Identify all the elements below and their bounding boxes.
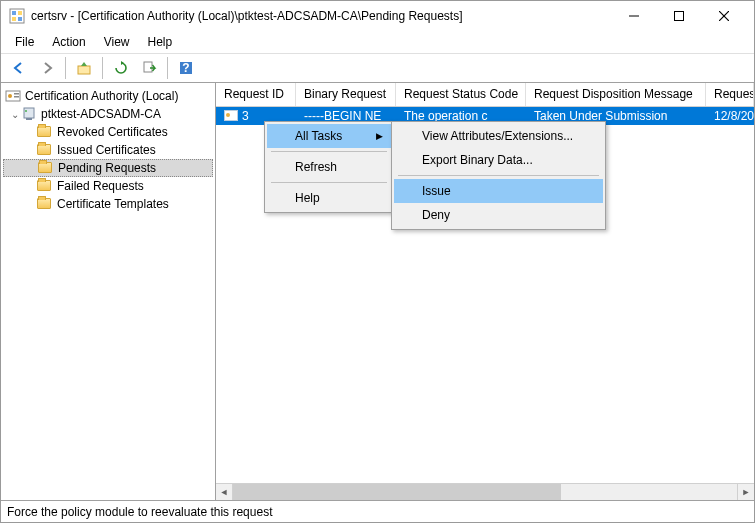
folder-icon: [37, 142, 53, 158]
menu-all-tasks[interactable]: All Tasks ▶ View Attributes/Extensions..…: [267, 124, 391, 148]
col-disposition[interactable]: Request Disposition Message: [526, 83, 706, 106]
svg-rect-15: [14, 93, 19, 95]
ca-root-icon: [5, 88, 21, 104]
svg-rect-18: [26, 118, 32, 120]
menu-label: Deny: [422, 208, 450, 222]
tree-pending[interactable]: Pending Requests: [3, 159, 213, 177]
menu-label: Export Binary Data...: [422, 153, 533, 167]
maximize-button[interactable]: [656, 1, 701, 31]
cell-date: 12/8/20: [706, 108, 754, 124]
minimize-button[interactable]: [611, 1, 656, 31]
list-body[interactable]: 3 -----BEGIN NE The operation c Taken Un…: [216, 107, 754, 483]
main-area: Certification Authority (Local) ⌄ ptktes…: [1, 83, 754, 500]
menu-view[interactable]: View: [96, 33, 138, 51]
menu-deny[interactable]: Deny: [394, 203, 603, 227]
svg-rect-4: [18, 17, 22, 21]
menubar: File Action View Help: [1, 31, 754, 53]
chevron-down-icon[interactable]: ⌄: [9, 109, 21, 120]
menu-refresh[interactable]: Refresh: [267, 155, 391, 179]
menu-issue[interactable]: Issue: [394, 179, 603, 203]
tree-root[interactable]: Certification Authority (Local): [3, 87, 213, 105]
cell-id: 3: [242, 109, 249, 123]
tree-label: Issued Certificates: [57, 143, 156, 157]
scroll-thumb[interactable]: [233, 484, 561, 500]
window-title: certsrv - [Certification Authority (Loca…: [31, 9, 611, 23]
svg-point-21: [226, 113, 230, 117]
toolbar-separator: [102, 57, 103, 79]
tree-label: Certification Authority (Local): [25, 89, 178, 103]
menu-separator: [271, 182, 387, 183]
menu-label: Issue: [422, 184, 451, 198]
col-binary-request[interactable]: Binary Request: [296, 83, 396, 106]
scroll-track[interactable]: [233, 484, 737, 500]
tree-pane[interactable]: Certification Authority (Local) ⌄ ptktes…: [1, 83, 216, 500]
context-menu: All Tasks ▶ View Attributes/Extensions..…: [264, 121, 394, 213]
list-header: Request ID Binary Request Request Status…: [216, 83, 754, 107]
tree-ca[interactable]: ⌄ ptktest-ADCSADM-CA: [3, 105, 213, 123]
svg-rect-16: [14, 96, 19, 98]
app-icon: [9, 8, 25, 24]
menu-separator: [271, 151, 387, 152]
tree-failed[interactable]: Failed Requests: [3, 177, 213, 195]
tree-templates[interactable]: Certificate Templates: [3, 195, 213, 213]
col-status-code[interactable]: Request Status Code: [396, 83, 526, 106]
export-button[interactable]: [137, 56, 161, 80]
list-pane: Request ID Binary Request Request Status…: [216, 83, 754, 500]
folder-icon: [37, 196, 53, 212]
folder-icon: [37, 178, 53, 194]
titlebar: certsrv - [Certification Authority (Loca…: [1, 1, 754, 31]
menu-help[interactable]: Help: [267, 186, 391, 210]
svg-rect-6: [674, 12, 683, 21]
menu-file[interactable]: File: [7, 33, 42, 51]
tree-revoked[interactable]: Revoked Certificates: [3, 123, 213, 141]
folder-icon: [38, 160, 54, 176]
chevron-right-icon: ▶: [376, 131, 383, 141]
toolbar-separator: [65, 57, 66, 79]
svg-rect-2: [18, 11, 22, 15]
menu-action[interactable]: Action: [44, 33, 93, 51]
folder-icon: [37, 124, 53, 140]
status-text: Force the policy module to reevaluate th…: [7, 505, 272, 519]
tree-label: Revoked Certificates: [57, 125, 168, 139]
svg-rect-1: [12, 11, 16, 15]
svg-text:?: ?: [182, 61, 189, 75]
svg-rect-10: [144, 62, 152, 72]
col-request-id[interactable]: Request ID: [216, 83, 296, 106]
menu-separator: [398, 175, 599, 176]
svg-point-14: [8, 94, 12, 98]
col-requester[interactable]: Request: [706, 83, 754, 106]
menu-export-binary[interactable]: Export Binary Data...: [394, 148, 603, 172]
tree-label: Certificate Templates: [57, 197, 169, 211]
scroll-left-button[interactable]: ◄: [216, 484, 233, 500]
forward-button[interactable]: [35, 56, 59, 80]
toolbar-separator: [167, 57, 168, 79]
svg-rect-17: [24, 108, 34, 118]
close-button[interactable]: [701, 1, 746, 31]
back-button[interactable]: [7, 56, 31, 80]
window-controls: [611, 1, 746, 31]
menu-view-attributes[interactable]: View Attributes/Extensions...: [394, 124, 603, 148]
statusbar: Force the policy module to reevaluate th…: [1, 500, 754, 522]
menu-label: All Tasks: [295, 129, 342, 143]
menu-label: View Attributes/Extensions...: [422, 129, 573, 143]
up-button[interactable]: [72, 56, 96, 80]
scroll-right-button[interactable]: ►: [737, 484, 754, 500]
menu-label: Refresh: [295, 160, 337, 174]
tree-label: Pending Requests: [58, 161, 156, 175]
menu-help[interactable]: Help: [140, 33, 181, 51]
server-icon: [21, 106, 37, 122]
menu-label: Help: [295, 191, 320, 205]
svg-rect-9: [78, 66, 90, 74]
svg-rect-3: [12, 17, 16, 21]
certificate-icon: [224, 110, 238, 122]
refresh-button[interactable]: [109, 56, 133, 80]
tree-label: Failed Requests: [57, 179, 144, 193]
submenu-all-tasks: View Attributes/Extensions... Export Bin…: [391, 121, 606, 230]
toolbar: ?: [1, 53, 754, 83]
tree-issued[interactable]: Issued Certificates: [3, 141, 213, 159]
tree-label: ptktest-ADCSADM-CA: [41, 107, 161, 121]
svg-point-19: [25, 110, 27, 112]
horizontal-scrollbar[interactable]: ◄ ►: [216, 483, 754, 500]
help-button[interactable]: ?: [174, 56, 198, 80]
